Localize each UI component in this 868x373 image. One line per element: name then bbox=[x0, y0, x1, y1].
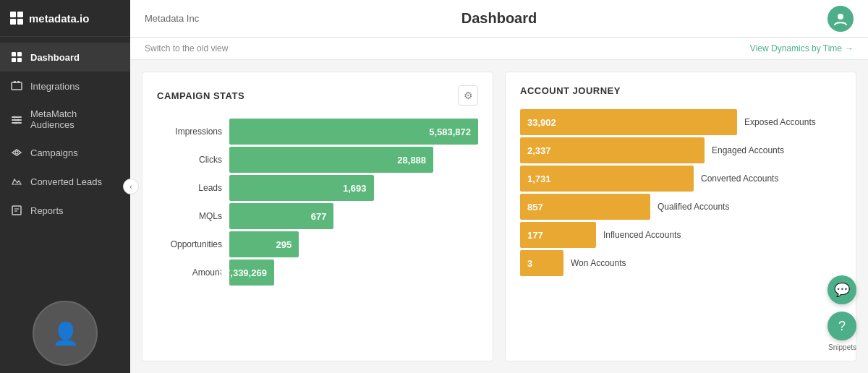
sidebar-item-label: Integrations bbox=[30, 81, 80, 92]
account-journey-header: ACCOUNT JOURNEY bbox=[520, 85, 841, 96]
campaign-stats-title: CAMPAIGN STATS bbox=[157, 90, 244, 101]
svg-point-17 bbox=[838, 14, 843, 20]
floating-buttons: 💬 ? Snippets bbox=[827, 275, 856, 351]
integrations-icon bbox=[10, 80, 23, 93]
funnel-row-label: Clicks bbox=[157, 155, 222, 165]
dashboard-content: CAMPAIGN STATS ⚙ Impressions 5,583,872 C… bbox=[130, 60, 868, 373]
sidebar-collapse-button[interactable]: ‹ bbox=[123, 179, 139, 194]
sidebar-item-metamatch[interactable]: MetaMatch Audiences bbox=[0, 100, 130, 138]
sidebar-item-label: Campaigns bbox=[30, 147, 78, 158]
svg-rect-0 bbox=[12, 52, 16, 56]
journey-bar-wrap: 857 bbox=[520, 194, 650, 220]
sidebar-item-label: Converted Leads bbox=[30, 176, 102, 187]
sidebar-item-label: Reports bbox=[30, 205, 64, 216]
arrow-right-icon: → bbox=[845, 43, 854, 53]
svg-rect-5 bbox=[14, 81, 16, 83]
funnel-bar-wrap: 295 bbox=[229, 231, 478, 257]
journey-bar: 857 bbox=[520, 194, 650, 220]
main-content: Metadata Inc Dashboard Switch to the old… bbox=[130, 0, 868, 373]
svg-rect-2 bbox=[12, 58, 16, 62]
metamatch-icon bbox=[10, 113, 23, 126]
sub-bar: Switch to the old view View Dynamics by … bbox=[130, 38, 868, 60]
journey-funnel-row: 3 Won Accounts bbox=[520, 250, 841, 276]
svg-rect-4 bbox=[12, 82, 22, 90]
campaign-stats-header: CAMPAIGN STATS ⚙ bbox=[157, 85, 478, 106]
svg-rect-14 bbox=[12, 206, 21, 215]
funnel-row-label: MQLs bbox=[157, 211, 222, 221]
campaign-stats-funnel: Impressions 5,583,872 Clicks 28,888 Lead… bbox=[157, 119, 478, 286]
sidebar-item-campaigns[interactable]: Campaigns bbox=[0, 138, 130, 167]
funnel-bar-wrap: 5,583,872 bbox=[229, 119, 478, 145]
campaign-funnel-row: Impressions 5,583,872 bbox=[157, 119, 478, 145]
svg-point-12 bbox=[15, 122, 17, 124]
user-avatar-top[interactable] bbox=[827, 6, 854, 32]
journey-bar-wrap: 177 bbox=[520, 222, 596, 248]
dashboard-icon bbox=[10, 51, 23, 64]
converted-leads-icon bbox=[10, 175, 23, 188]
funnel-bar: 5,583,872 bbox=[229, 119, 478, 145]
journey-funnel-row: 1,731 Converted Accounts bbox=[520, 166, 841, 192]
svg-point-11 bbox=[17, 119, 20, 121]
user-avatar-sidebar: 👤 bbox=[33, 301, 98, 366]
svg-point-13 bbox=[15, 151, 18, 154]
funnel-bar: 295 bbox=[229, 231, 299, 257]
journey-bar-wrap: 2,337 bbox=[520, 137, 705, 163]
campaign-funnel-row: MQLs 677 bbox=[157, 203, 478, 229]
funnel-row-label: Leads bbox=[157, 183, 222, 193]
funnel-bar: 1,693 bbox=[229, 175, 374, 201]
sidebar-item-reports[interactable]: Reports bbox=[0, 196, 130, 225]
company-name: Metadata Inc bbox=[145, 13, 199, 24]
campaign-funnel-row: Clicks 28,888 bbox=[157, 147, 478, 173]
help-button[interactable]: ? bbox=[827, 312, 856, 340]
reports-icon bbox=[10, 204, 23, 217]
campaign-stats-card: CAMPAIGN STATS ⚙ Impressions 5,583,872 C… bbox=[142, 72, 493, 361]
journey-row-label: Converted Accounts bbox=[701, 173, 778, 184]
journey-bar: 2,337 bbox=[520, 137, 705, 163]
sidebar-item-label: Dashboard bbox=[30, 52, 80, 63]
funnel-bar: $7,339,269 bbox=[229, 260, 274, 286]
campaign-funnel-row: Leads 1,693 bbox=[157, 175, 478, 201]
journey-bar-wrap: 1,731 bbox=[520, 166, 694, 192]
funnel-row-label: Opportunities bbox=[157, 239, 222, 249]
journey-row-label: Won Accounts bbox=[571, 258, 626, 268]
sidebar-logo[interactable]: metadata.io bbox=[0, 0, 130, 37]
campaign-stats-settings-button[interactable]: ⚙ bbox=[458, 85, 478, 106]
sidebar-item-dashboard[interactable]: Dashboard bbox=[0, 43, 130, 72]
journey-bar: 33,902 bbox=[520, 109, 737, 135]
journey-row-label: Engaged Accounts bbox=[712, 145, 784, 155]
journey-bar-wrap: 3 bbox=[520, 250, 563, 276]
sidebar-item-label: MetaMatch Audiences bbox=[30, 108, 120, 130]
page-title: Dashboard bbox=[461, 10, 537, 27]
journey-funnel-row: 177 Influenced Accounts bbox=[520, 222, 841, 248]
switch-view-link[interactable]: Switch to the old view bbox=[145, 43, 228, 53]
campaign-funnel-row: Amount $7,339,269 bbox=[157, 260, 478, 286]
journey-row-label: Influenced Accounts bbox=[603, 230, 681, 240]
top-bar: Metadata Inc Dashboard bbox=[130, 0, 868, 38]
sidebar-nav: Dashboard Integrations bbox=[0, 37, 130, 293]
svg-rect-8 bbox=[12, 119, 22, 121]
funnel-bar-wrap: 677 bbox=[229, 203, 478, 229]
account-journey-card: ACCOUNT JOURNEY 33,902 Exposed Accounts … bbox=[505, 72, 856, 361]
svg-rect-1 bbox=[17, 52, 22, 56]
journey-funnel-row: 857 Qualified Accounts bbox=[520, 194, 841, 220]
sidebar-item-integrations[interactable]: Integrations bbox=[0, 72, 130, 100]
journey-bar-wrap: 33,902 bbox=[520, 109, 737, 135]
sidebar: metadata.io Dashboard I bbox=[0, 0, 130, 373]
logo-text: metadata.io bbox=[29, 12, 89, 25]
funnel-row-label: Amount bbox=[157, 267, 222, 278]
logo-grid-icon bbox=[10, 12, 23, 25]
funnel-bar-wrap: $7,339,269 bbox=[229, 260, 478, 286]
funnel-bar: 28,888 bbox=[229, 147, 433, 173]
funnel-row-label: Impressions bbox=[157, 127, 222, 137]
svg-point-10 bbox=[14, 116, 16, 119]
journey-row-label: Qualified Accounts bbox=[658, 202, 729, 212]
account-journey-funnel: 33,902 Exposed Accounts 2,337 Engaged Ac… bbox=[520, 109, 841, 276]
chat-button[interactable]: 💬 bbox=[827, 275, 856, 304]
view-dynamics-link[interactable]: View Dynamics by Time → bbox=[750, 43, 854, 53]
funnel-bar-wrap: 1,693 bbox=[229, 175, 478, 201]
sidebar-item-converted-leads[interactable]: Converted Leads bbox=[0, 167, 130, 196]
funnel-bar: 677 bbox=[229, 203, 333, 229]
journey-bar: 1,731 bbox=[520, 166, 694, 192]
snippets-label: Snippets bbox=[827, 343, 856, 351]
journey-funnel-row: 2,337 Engaged Accounts bbox=[520, 137, 841, 163]
